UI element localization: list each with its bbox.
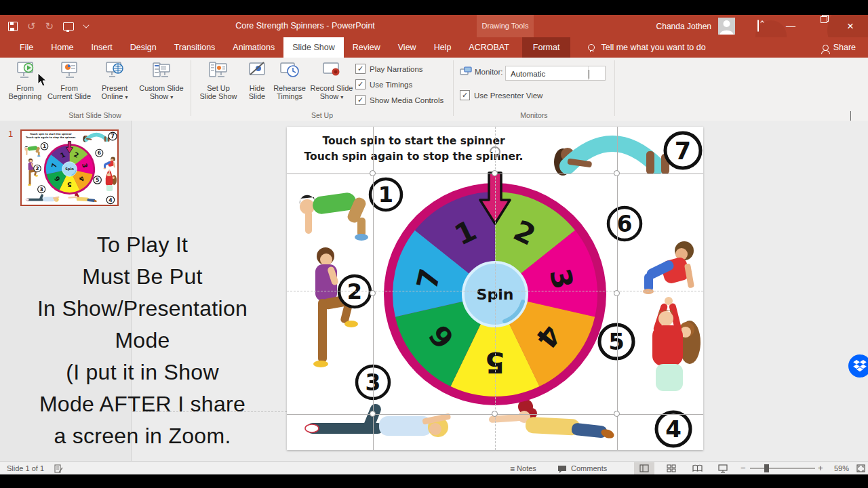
- slide-indicator: Slide 1 of 1: [7, 462, 44, 475]
- bottom-letterbox-bar: [0, 474, 868, 488]
- redo-icon[interactable]: ↻: [45, 21, 54, 31]
- group-separator: [191, 60, 191, 116]
- reading-view-button[interactable]: [687, 462, 707, 474]
- undo-icon[interactable]: ↺: [27, 21, 36, 31]
- share-person-icon: [823, 45, 829, 51]
- selection-handle-w[interactable]: [370, 290, 376, 296]
- alignment-guide: [132, 411, 287, 412]
- zoom-percent[interactable]: 59%: [834, 462, 849, 475]
- ribbon-tab-row: File Home Insert Design Transitions Anim…: [0, 37, 868, 58]
- tab-slide-show[interactable]: Slide Show: [283, 37, 344, 58]
- zoom-slider-thumb[interactable]: [764, 464, 769, 472]
- user-name[interactable]: Chanda Jothen: [656, 22, 711, 31]
- dropbox-badge-icon[interactable]: [848, 354, 868, 378]
- ribbon: FromBeginning FromCurrent Slide Present …: [0, 58, 868, 121]
- thumbnail-slide-number: 1: [8, 129, 13, 139]
- use-presenter-view-checkbox[interactable]: ✓ Use Presenter View: [460, 90, 542, 100]
- play-narrations-checkbox[interactable]: ✓ Play Narrations: [355, 64, 423, 74]
- quick-access-toolbar: ↺ ↻: [8, 15, 89, 37]
- tab-view[interactable]: View: [389, 37, 425, 58]
- selection-handle-s[interactable]: [492, 411, 498, 417]
- spell-check-icon[interactable]: [54, 464, 63, 473]
- slide-sorter-view-button[interactable]: [661, 462, 682, 474]
- center-guide-horizontal: [287, 291, 703, 291]
- record-slide-show-button[interactable]: Record Slide Show ▾: [308, 60, 355, 102]
- menu-arrow-icon: ▾: [125, 94, 127, 100]
- slide-canvas[interactable]: [287, 127, 703, 450]
- fit-slide-to-window-button[interactable]: [850, 462, 868, 474]
- selection-handle-ne[interactable]: [614, 170, 620, 176]
- selection-handle-n[interactable]: [492, 170, 498, 176]
- zoom-in-button[interactable]: +: [818, 462, 823, 475]
- customize-qat-chevron-icon[interactable]: [83, 22, 90, 28]
- tab-animations[interactable]: Animations: [224, 37, 283, 58]
- group-label-start-slide-show: Start Slide Show: [0, 111, 190, 119]
- checkbox-checked-icon: ✓: [355, 79, 366, 89]
- group-separator: [453, 60, 454, 116]
- top-letterbox-bar: [0, 0, 868, 15]
- mouse-cursor: [37, 73, 47, 87]
- checkbox-checked-icon: ✓: [460, 90, 470, 100]
- slide-show-view-button[interactable]: [713, 462, 733, 474]
- monitor-dropdown[interactable]: Automatic: [505, 66, 606, 81]
- account-area: Chanda Jothen: [656, 15, 735, 37]
- contextual-tab-group-label: Drawing Tools: [477, 15, 534, 37]
- start-presentation-icon[interactable]: [63, 22, 74, 30]
- tab-design[interactable]: Design: [121, 37, 165, 58]
- restore-button[interactable]: [808, 15, 833, 37]
- tell-me-box[interactable]: Tell me what you want to do: [588, 37, 705, 58]
- dropdown-chevron-icon[interactable]: [588, 66, 605, 80]
- monitor-icon: [460, 66, 472, 77]
- slide-thumbnail[interactable]: [20, 129, 119, 206]
- status-bar: Slide 1 of 1 ≡ Notes Comments − +: [0, 461, 868, 475]
- zoom-out-button[interactable]: −: [741, 462, 746, 475]
- set-up-slide-show-button[interactable]: Set UpSlide Show: [197, 60, 240, 100]
- present-online-button[interactable]: Present Online ▾: [95, 60, 134, 102]
- menu-arrow-icon: ▾: [170, 94, 173, 100]
- share-button[interactable]: Share: [823, 37, 856, 58]
- menu-arrow-icon: ▾: [340, 94, 343, 100]
- tab-help[interactable]: Help: [425, 37, 460, 58]
- ribbon-display-options-button[interactable]: [746, 15, 770, 37]
- custom-slide-show-button[interactable]: Custom Slide Show ▾: [136, 60, 187, 102]
- tab-insert[interactable]: Insert: [83, 37, 121, 58]
- monitor-label: Monitor:: [475, 68, 503, 76]
- collapse-ribbon-chevron-icon[interactable]: [850, 111, 859, 117]
- group-separator: [614, 60, 615, 116]
- rehearse-timings-button[interactable]: RehearseTimings: [270, 60, 309, 100]
- group-label-monitors: Monitors: [454, 111, 614, 119]
- tab-review[interactable]: Review: [344, 37, 389, 58]
- hide-slide-button[interactable]: HideSlide: [241, 60, 273, 100]
- comments-button[interactable]: Comments: [557, 462, 607, 475]
- selection-handle-sw[interactable]: [370, 411, 376, 417]
- minimize-button[interactable]: —: [778, 15, 803, 37]
- show-media-controls-checkbox[interactable]: ✓ Show Media Controls: [355, 95, 443, 105]
- tab-acrobat[interactable]: ACROBAT: [460, 37, 518, 58]
- powerpoint-window: ↺ ↻ Core Strength Spinners - PowerPoint …: [0, 0, 868, 488]
- lightbulb-icon: [588, 44, 595, 51]
- rotation-handle-icon[interactable]: [488, 144, 502, 159]
- from-current-slide-button[interactable]: FromCurrent Slide: [45, 60, 94, 100]
- annotation-overlay-text: To Play It Must Be Put In Show/Presentat…: [12, 229, 273, 452]
- checkbox-checked-icon: ✓: [355, 95, 366, 105]
- close-button[interactable]: ×: [838, 15, 863, 37]
- selection-handle-se[interactable]: [614, 411, 620, 417]
- tab-format[interactable]: Format: [522, 37, 571, 58]
- selection-handle-e[interactable]: [614, 290, 620, 296]
- tab-transitions[interactable]: Transitions: [165, 37, 224, 58]
- group-label-set-up: Set Up: [191, 111, 453, 119]
- window-title: Core Strength Spinners - PowerPoint: [190, 15, 420, 37]
- save-icon[interactable]: [8, 22, 18, 31]
- use-timings-checkbox[interactable]: ✓ Use Timings: [355, 79, 412, 89]
- tab-home[interactable]: Home: [42, 37, 82, 58]
- title-bar: ↺ ↻ Core Strength Spinners - PowerPoint …: [0, 15, 868, 37]
- notes-button[interactable]: ≡ Notes: [510, 462, 536, 475]
- checkbox-checked-icon: ✓: [355, 64, 366, 74]
- normal-view-button[interactable]: [634, 462, 654, 474]
- selection-handle-nw[interactable]: [370, 170, 376, 176]
- tab-file[interactable]: File: [11, 37, 42, 58]
- zoom-slider-track[interactable]: [750, 468, 815, 469]
- avatar[interactable]: [718, 18, 735, 35]
